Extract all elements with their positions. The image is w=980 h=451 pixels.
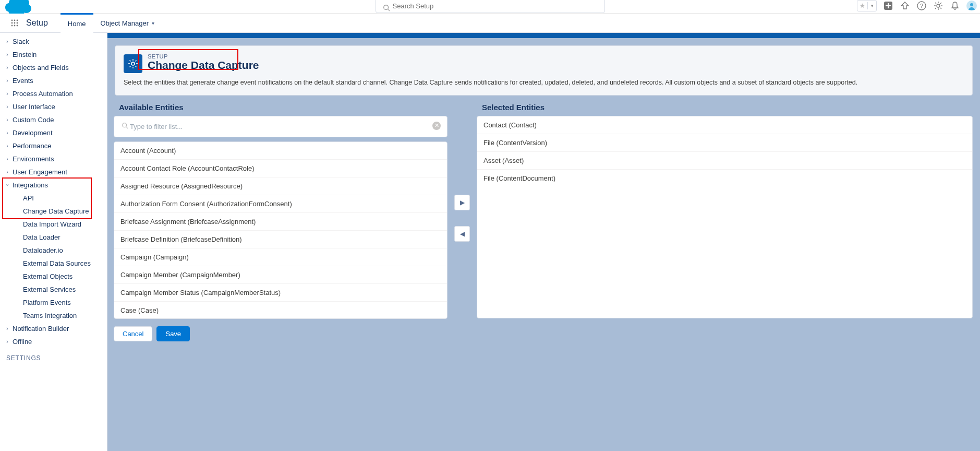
svg-point-21 (17, 22, 18, 24)
svg-line-30 (130, 61, 131, 62)
list-item[interactable]: Case (Case) (114, 302, 447, 319)
sidebar-item-label: Notification Builder (13, 325, 69, 333)
sidebar-item-external-objects[interactable]: External Objects (0, 270, 107, 283)
selected-entities-listbox[interactable]: Contact (Contact) File (ContentVersion) … (477, 116, 973, 318)
sidebar-item-offline[interactable]: ›Offline (0, 335, 107, 348)
svg-point-25 (131, 62, 135, 65)
svg-point-19 (11, 22, 13, 24)
sidebar-item-label: External Services (23, 286, 76, 293)
app-launcher-icon[interactable] (10, 19, 19, 27)
sidebar-item-label: Dataloader.io (23, 246, 63, 254)
chevron-right-icon: ▶ (460, 199, 465, 206)
list-item[interactable]: Assigned Resource (AssignedResource) (114, 177, 447, 195)
gear-icon[interactable] (933, 1, 943, 11)
list-item[interactable]: File (ContentDocument) (477, 170, 972, 187)
sidebar-item-development[interactable]: ›Development (0, 126, 107, 139)
global-header: ★▾ ? (0, 0, 980, 13)
list-item[interactable]: Contact (Contact) (477, 116, 972, 134)
bell-icon[interactable] (950, 1, 960, 11)
sidebar-item-custom-code[interactable]: ›Custom Code (0, 113, 107, 126)
chevron-right-icon: › (4, 78, 10, 84)
list-item[interactable]: File (ContentVersion) (477, 134, 972, 152)
sidebar-item-process-automation[interactable]: ›Process Automation (0, 87, 107, 100)
app-name: Setup (26, 18, 48, 28)
list-item[interactable]: Account Contact Role (AccountContactRole… (114, 160, 447, 177)
search-icon (122, 122, 128, 129)
svg-point-0 (383, 5, 388, 10)
svg-point-15 (970, 3, 973, 6)
list-item[interactable]: Authorization Form Consent (Authorizatio… (114, 195, 447, 213)
chevron-right-icon: › (4, 326, 10, 331)
sidebar-item-platform-events[interactable]: Platform Events (0, 296, 107, 309)
sidebar-item-label: Data Loader (23, 233, 61, 241)
filter-input[interactable] (119, 121, 442, 133)
brand-stripe (107, 33, 980, 38)
sidebar-item-environments[interactable]: ›Environments (0, 152, 107, 165)
chevron-right-icon: › (4, 117, 10, 123)
available-entities-listbox[interactable]: Account (Account) Account Contact Role (… (114, 141, 447, 319)
sidebar-item-notification-builder[interactable]: ›Notification Builder (0, 322, 107, 335)
list-item[interactable]: Briefcase Definition (BriefcaseDefinitio… (114, 231, 447, 248)
search-icon (383, 4, 390, 11)
chevron-right-icon: › (4, 52, 10, 57)
sidebar-item-slack[interactable]: ›Slack (0, 35, 107, 48)
sidebar-item-label: Teams Integration (23, 312, 77, 319)
salesforce-logo (5, 0, 34, 14)
sidebar-item-einstein[interactable]: ›Einstein (0, 48, 107, 61)
sidebar-item-label: External Data Sources (23, 259, 91, 267)
question-icon[interactable]: ? (916, 1, 927, 11)
list-item[interactable]: Briefcase Assignment (BriefcaseAssignmen… (114, 213, 447, 231)
sidebar-item-user-interface[interactable]: ›User Interface (0, 100, 107, 113)
sidebar-item-external-data-sources[interactable]: External Data Sources (0, 257, 107, 270)
sidebar-item-label: Platform Events (23, 299, 71, 306)
sidebar-item-objects-and-fields[interactable]: ›Objects and Fields (0, 61, 107, 74)
svg-line-1 (388, 9, 390, 11)
sidebar-item-user-engagement[interactable]: ›User Engagement (0, 165, 107, 179)
avatar-icon[interactable] (966, 1, 977, 11)
chevron-right-icon: › (4, 156, 10, 162)
add-icon[interactable] (883, 1, 893, 11)
move-left-button[interactable]: ◀ (454, 226, 470, 242)
chevron-right-icon: › (4, 91, 10, 97)
sidebar-item-data-import-wizard[interactable]: Data Import Wizard (0, 218, 107, 231)
sidebar-item-events[interactable]: ›Events (0, 74, 107, 87)
clear-icon[interactable]: ✕ (432, 122, 441, 130)
chevron-left-icon: ◀ (460, 230, 465, 238)
sidebar-item-label: External Objects (23, 272, 72, 280)
annotation-highlight-box (2, 177, 92, 219)
chevron-right-icon: › (4, 104, 10, 110)
svg-point-23 (14, 25, 16, 27)
sidebar-item-data-loader[interactable]: Data Loader (0, 231, 107, 244)
cancel-button[interactable]: Cancel (114, 326, 152, 341)
sidebar-item-label: Process Automation (13, 90, 73, 98)
sidebar-item-label: User Engagement (13, 168, 67, 176)
salesforce-help-icon[interactable] (900, 1, 910, 11)
chevron-right-icon: › (4, 143, 10, 149)
svg-point-24 (17, 25, 18, 27)
save-button[interactable]: Save (156, 326, 190, 341)
tab-home[interactable]: Home (61, 13, 93, 33)
sidebar-item-label: Events (13, 77, 33, 85)
favorites-dropdown[interactable]: ★▾ (857, 0, 877, 11)
list-item[interactable]: Account (Account) (114, 142, 447, 160)
list-item[interactable]: Campaign (Campaign) (114, 248, 447, 266)
chevron-right-icon: › (4, 169, 10, 175)
svg-point-34 (123, 123, 127, 127)
filter-box: ✕ (114, 116, 447, 137)
global-search-input[interactable] (376, 0, 605, 13)
sidebar-item-dataloader-io[interactable]: Dataloader.io (0, 244, 107, 257)
sidebar-item-label: Performance (13, 142, 51, 150)
list-item[interactable]: Asset (Asset) (477, 152, 972, 170)
sidebar-item-external-services[interactable]: External Services (0, 283, 107, 296)
list-item[interactable]: Campaign Member (CampaignMember) (114, 266, 447, 284)
sidebar-item-performance[interactable]: ›Performance (0, 139, 107, 152)
chevron-right-icon: › (4, 339, 10, 345)
chevron-right-icon: › (4, 130, 10, 136)
svg-line-11 (940, 8, 941, 9)
chevron-right-icon: › (4, 39, 10, 44)
list-item[interactable]: Campaign Member Status (CampaignMemberSt… (114, 284, 447, 302)
move-right-button[interactable]: ▶ (454, 195, 470, 210)
svg-line-12 (935, 8, 936, 9)
sidebar-item-teams-integration[interactable]: Teams Integration (0, 309, 107, 322)
tab-object-manager[interactable]: Object Manager▾ (93, 13, 162, 33)
